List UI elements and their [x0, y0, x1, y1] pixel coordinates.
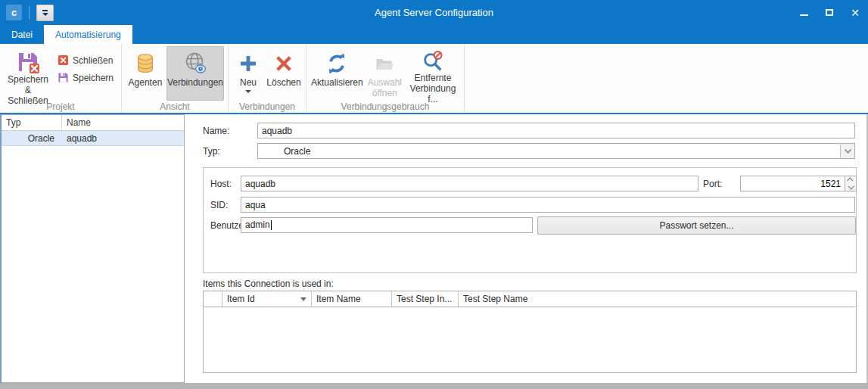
- connection-settings-groupbox: Host: Port: SID: Benutzer: admin Passwor…: [203, 167, 857, 273]
- titlebar-separator: [29, 6, 30, 20]
- port-input[interactable]: [740, 176, 845, 191]
- chevron-down-icon: [42, 13, 48, 16]
- minimize-button[interactable]: [791, 0, 817, 25]
- agents-database-icon: [134, 50, 157, 77]
- typ-combobox[interactable]: Oracle: [257, 143, 855, 159]
- column-header-item-id[interactable]: Item Id: [222, 291, 312, 307]
- ribbon-group-ansicht: Agenten: [122, 44, 229, 113]
- remote-connection-label-line1: Entfernte: [415, 73, 452, 83]
- name-label: Name:: [203, 126, 229, 136]
- group-caption-projekt: Projekt: [0, 101, 121, 113]
- connection-typ-cell: Oracle: [2, 131, 62, 145]
- group-caption-verbindungsgebrauch: Verbindungsgebrauch: [306, 101, 464, 113]
- agents-label: Agenten: [129, 77, 163, 88]
- port-spinner: [740, 176, 857, 191]
- quick-access-dropdown-button[interactable]: [36, 5, 54, 21]
- ribbon-group-verbindungen: Neu Löschen Verbindungen: [229, 44, 306, 113]
- agents-view-button[interactable]: Agenten: [126, 46, 165, 101]
- ribbon-group-projekt: Speichern & Schließen Schließen: [0, 44, 122, 113]
- item-id-header-label: Item Id: [227, 294, 255, 304]
- plus-icon: [238, 50, 259, 77]
- window-bottom-frame: [0, 383, 868, 389]
- open-selection-label-line1: Auswahl: [368, 77, 402, 88]
- connections-globe-icon: [183, 50, 207, 77]
- user-value: admin: [245, 219, 270, 230]
- column-header-indicator: [204, 291, 222, 307]
- group-caption-verbindungen: Verbindungen: [229, 101, 306, 113]
- ribbon: Speichern & Schließen Schließen: [0, 44, 868, 114]
- column-header-test-step-name[interactable]: Test Step Name: [459, 291, 856, 307]
- open-folder-icon: [374, 50, 395, 77]
- connections-list-header: Typ Name: [2, 115, 184, 131]
- connections-label: Verbindungen: [167, 77, 223, 88]
- text-cursor: [271, 220, 272, 230]
- connections-list-panel: Typ Name Oracle aquadb: [2, 114, 185, 383]
- host-input[interactable]: [241, 176, 698, 191]
- maximize-button[interactable]: [817, 0, 842, 25]
- port-label: Port:: [703, 179, 722, 189]
- connections-view-button[interactable]: Verbindungen: [166, 46, 224, 101]
- spinner-down-button[interactable]: [845, 184, 856, 191]
- typ-dropdown-button[interactable]: [840, 144, 854, 158]
- host-label: Host:: [210, 179, 232, 189]
- delete-label: Löschen: [266, 77, 300, 88]
- tab-datei[interactable]: Datei: [0, 25, 44, 44]
- items-grid-label: Items this Connection is used in:: [203, 279, 334, 289]
- content-area: Typ Name Oracle aquadb Name: Typ: Oracle…: [0, 114, 868, 383]
- refresh-button[interactable]: Aktualisieren: [310, 46, 364, 101]
- close-icon: ✕: [851, 8, 860, 18]
- ribbon-group-verbindungsgebrauch: Aktualisieren Auswahl öffnen: [306, 44, 465, 113]
- window-title: Agent Server Configuration: [0, 7, 868, 18]
- quick-access-bar-icon: [42, 10, 48, 11]
- column-header-test-step-in[interactable]: Test Step In...: [392, 291, 459, 307]
- delete-connection-button[interactable]: Löschen: [266, 46, 302, 101]
- set-password-button[interactable]: Passwort setzen...: [537, 216, 856, 235]
- close-project-button[interactable]: Schließen: [53, 51, 118, 69]
- new-connection-button[interactable]: Neu: [232, 46, 264, 101]
- open-selection-label-line2: öffnen: [372, 88, 397, 98]
- save-and-close-button[interactable]: Speichern & Schließen: [4, 46, 52, 101]
- items-grid-body: [204, 307, 856, 372]
- sid-input[interactable]: [241, 197, 855, 213]
- connection-name-cell: aquadb: [62, 131, 184, 145]
- maximize-icon: [826, 9, 833, 16]
- new-label: Neu: [240, 77, 257, 88]
- group-caption-ansicht: Ansicht: [122, 101, 228, 113]
- minimize-icon: [800, 14, 808, 16]
- refresh-label: Aktualisieren: [311, 77, 363, 88]
- save-close-label-line1: Speichern &: [8, 74, 48, 95]
- connection-row-aquadb[interactable]: Oracle aquadb: [2, 131, 184, 146]
- name-input[interactable]: [257, 123, 855, 138]
- save-label: Speichern: [73, 73, 114, 83]
- user-field[interactable]: admin: [241, 217, 533, 233]
- app-icon[interactable]: c: [6, 5, 22, 20]
- chevron-down-icon: [844, 146, 851, 154]
- save-button[interactable]: Speichern: [53, 69, 118, 86]
- close-red-icon: [58, 54, 69, 66]
- tab-automatisierung[interactable]: Automatisierung: [44, 25, 132, 44]
- typ-selected-value: Oracle: [284, 146, 310, 157]
- panel-splitter[interactable]: [185, 114, 190, 383]
- window-controls: ✕: [791, 0, 868, 25]
- close-project-label: Schließen: [73, 55, 113, 66]
- magnifier-no-icon: [422, 50, 444, 73]
- new-dropdown-arrow-icon: [245, 90, 251, 93]
- delete-x-icon: [273, 50, 294, 77]
- save-close-icon: [16, 50, 40, 74]
- sid-label: SID:: [210, 200, 228, 210]
- connection-detail-panel: Name: Typ: Oracle Host: Port: SID:: [190, 114, 866, 383]
- refresh-icon: [325, 50, 348, 77]
- titlebar: c Agent Server Configuration ✕: [0, 0, 868, 25]
- items-usage-grid: Item Id Item Name Test Step In... Test S…: [203, 291, 857, 373]
- column-header-name[interactable]: Name: [62, 115, 184, 130]
- agent-server-configuration-window: c Agent Server Configuration ✕ Datei Aut…: [0, 0, 868, 389]
- close-button[interactable]: ✕: [842, 0, 868, 25]
- open-selection-button: Auswahl öffnen: [366, 46, 404, 101]
- column-header-item-name[interactable]: Item Name: [312, 291, 392, 307]
- sort-descending-icon: [300, 297, 306, 301]
- typ-label: Typ:: [203, 146, 220, 157]
- find-remote-connection-button[interactable]: Entfernte Verbindung f...: [406, 46, 460, 101]
- column-header-typ[interactable]: Typ: [2, 115, 62, 130]
- items-grid-header: Item Id Item Name Test Step In... Test S…: [204, 291, 856, 307]
- ribbon-tab-row: Datei Automatisierung: [0, 25, 868, 44]
